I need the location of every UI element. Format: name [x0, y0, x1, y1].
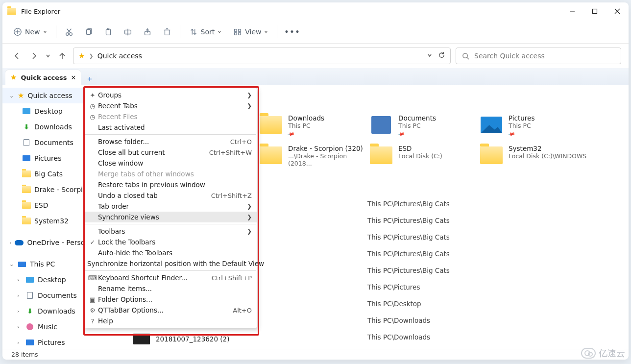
- sidebar-item-pc-pictures[interactable]: ›Pictures: [2, 335, 83, 349]
- menu-item[interactable]: Restore tabs in previous window: [84, 179, 257, 190]
- folder-tile[interactable]: DownloadsThis PC📌: [260, 113, 370, 144]
- file-name: 20181007_123620 (2): [156, 335, 229, 343]
- delete-button[interactable]: [158, 24, 176, 40]
- menu-item[interactable]: Toolbars❯: [84, 226, 257, 237]
- sidebar-item-documents[interactable]: Documents: [2, 135, 83, 150]
- address-bar[interactable]: ★ ❯ Quick access: [73, 48, 451, 64]
- menu-item[interactable]: Synchronize views❯: [84, 212, 257, 222]
- clock-dim-icon: ◷: [87, 113, 98, 121]
- view-label: View: [245, 28, 261, 36]
- menu-item-label: Recent Files: [98, 113, 252, 121]
- sidebar-item-pc-music[interactable]: ›Music: [2, 319, 83, 335]
- up-button[interactable]: [56, 50, 68, 62]
- menu-shortcut: Alt+O: [233, 307, 252, 314]
- sidebar-item-system32[interactable]: System32: [2, 213, 83, 229]
- sidebar-item-this-pc[interactable]: ⌄This PC: [2, 256, 83, 272]
- folder-tile[interactable]: System32Local Disk (C:)\WINDOWS: [480, 144, 590, 174]
- tile-subtitle: This PC: [398, 122, 436, 129]
- menu-item[interactable]: ✓Lock the Toolbars: [84, 237, 257, 247]
- copy-button[interactable]: [80, 24, 97, 40]
- star-icon: ★: [10, 73, 17, 82]
- minimize-button[interactable]: [561, 2, 583, 20]
- cut-button[interactable]: [60, 24, 78, 40]
- rename-button[interactable]: [119, 24, 137, 40]
- menu-item[interactable]: Close window: [84, 158, 257, 169]
- back-button[interactable]: [11, 50, 23, 62]
- sidebar-item-drake[interactable]: Drake - Scorpion (320): [2, 182, 83, 197]
- sidebar-item-big-cats[interactable]: Big Cats: [2, 166, 83, 182]
- menu-item[interactable]: Tab order❯: [84, 201, 257, 212]
- chevron-right-icon: ❯: [247, 228, 252, 235]
- sidebar-item-quick-access[interactable]: ⌄★Quick access: [2, 88, 83, 103]
- menu-item[interactable]: Synchronize horizontal position with the…: [84, 258, 257, 269]
- menu-item[interactable]: Undo a closed tabCtrl+Shift+Z: [84, 190, 257, 201]
- sidebar-item-onedrive[interactable]: ›OneDrive - Personal: [2, 235, 83, 250]
- search-input[interactable]: [474, 52, 615, 60]
- more-button[interactable]: •••: [281, 24, 303, 40]
- sort-button[interactable]: Sort: [184, 24, 227, 40]
- svg-rect-1: [593, 9, 597, 14]
- new-button[interactable]: New: [8, 24, 52, 40]
- folder-tiles: DownloadsThis PC📌DocumentsThis PC📌Pictur…: [260, 113, 624, 174]
- folder-tile[interactable]: ESDLocal Disk (C:): [370, 144, 480, 174]
- menu-item[interactable]: Close all but currentCtrl+Shift+W: [84, 147, 257, 158]
- sidebar-item-esd[interactable]: ESD: [2, 197, 83, 213]
- folder-tile[interactable]: DocumentsThis PC📌: [370, 113, 480, 144]
- list-row[interactable]: This PC\Desktop: [367, 300, 622, 308]
- svg-line-29: [467, 57, 469, 59]
- file-row[interactable]: 20181007_123620 (2): [133, 334, 229, 344]
- menu-item[interactable]: Browse folder...Ctrl+O: [84, 136, 257, 147]
- pin-icon: 📌: [508, 130, 515, 138]
- share-button[interactable]: [139, 24, 156, 40]
- navigation-pane: ⌄★Quick access Desktop ⬇Downloads Docume…: [2, 85, 83, 349]
- command-bar: New Sort View •••: [2, 20, 629, 44]
- tile-subtitle: This PC: [509, 122, 534, 129]
- list-row[interactable]: This PC\Pictures\Big Cats: [367, 267, 622, 274]
- maximize-button[interactable]: [583, 2, 606, 20]
- menu-item[interactable]: ?Help: [84, 315, 257, 326]
- sidebar-item-desktop[interactable]: Desktop: [2, 103, 83, 119]
- list-row[interactable]: This PC\Pictures\Big Cats: [367, 233, 622, 241]
- help-icon: ?: [87, 317, 98, 325]
- menu-item[interactable]: Auto-hide the Toolbars: [84, 247, 257, 258]
- view-button[interactable]: View: [228, 24, 273, 40]
- list-row[interactable]: This PC\Pictures\Big Cats: [367, 200, 622, 208]
- menu-item-label: Lock the Toolbars: [98, 238, 252, 246]
- sidebar-item-pictures[interactable]: Pictures: [2, 150, 83, 166]
- tile-subtitle: Local Disk (C:): [398, 152, 442, 160]
- menu-item[interactable]: ⚙QTTabBar Options...Alt+O: [84, 305, 257, 315]
- close-button[interactable]: [606, 2, 629, 20]
- sidebar-item-pc-downloads[interactable]: ›⬇Downloads: [2, 303, 83, 319]
- menu-item-label: QTTabBar Options...: [98, 306, 233, 314]
- tab-close-icon[interactable]: ✕: [71, 74, 76, 81]
- content-pane: ✦Groups❯◷Recent Tabs❯◷Recent FilesLast a…: [83, 85, 629, 349]
- folder-tile[interactable]: PicturesThis PC📌: [480, 113, 590, 144]
- sidebar-item-pc-documents[interactable]: ›Documents: [2, 288, 83, 303]
- menu-item[interactable]: ◷Recent Tabs❯: [84, 100, 257, 111]
- recent-locations-button[interactable]: [45, 50, 51, 62]
- menu-item[interactable]: ✦Groups❯: [84, 90, 257, 100]
- list-row[interactable]: This PC\Downloads: [367, 333, 622, 341]
- sidebar-item-pc-desktop[interactable]: ›Desktop: [2, 272, 83, 288]
- tab-quick-access[interactable]: ★ Quick access ✕: [5, 70, 81, 85]
- menu-item-label: Close all but current: [98, 148, 209, 156]
- sort-label: Sort: [201, 28, 215, 36]
- sidebar-item-downloads[interactable]: ⬇Downloads: [2, 119, 83, 135]
- list-row[interactable]: This PC\Pictures\Big Cats: [367, 250, 622, 258]
- list-row[interactable]: This PC\Downloads: [367, 316, 622, 324]
- menu-item[interactable]: Rename items...: [84, 283, 257, 294]
- list-row[interactable]: This PC\Pictures: [367, 283, 622, 291]
- list-row[interactable]: This PC\Pictures\Big Cats: [367, 217, 622, 224]
- menu-item-label: Folder Options...: [98, 295, 252, 303]
- menu-item[interactable]: Last activated: [84, 122, 257, 133]
- add-tab-button[interactable]: ＋: [84, 73, 96, 85]
- search-box[interactable]: [456, 48, 621, 64]
- paste-button[interactable]: [99, 24, 117, 40]
- menu-item[interactable]: ▣Folder Options...: [84, 294, 257, 305]
- address-dropdown-icon[interactable]: [427, 51, 432, 60]
- folder-tile[interactable]: Drake - Scorpion (320)...\Drake - Scorpi…: [260, 144, 370, 174]
- forward-button[interactable]: [28, 50, 40, 62]
- refresh-button[interactable]: [438, 51, 445, 60]
- menu-item-label: Restore tabs in previous window: [98, 181, 252, 189]
- menu-item[interactable]: ⌨Keyboard Shortcut Finder...Ctrl+Shift+P: [84, 272, 257, 283]
